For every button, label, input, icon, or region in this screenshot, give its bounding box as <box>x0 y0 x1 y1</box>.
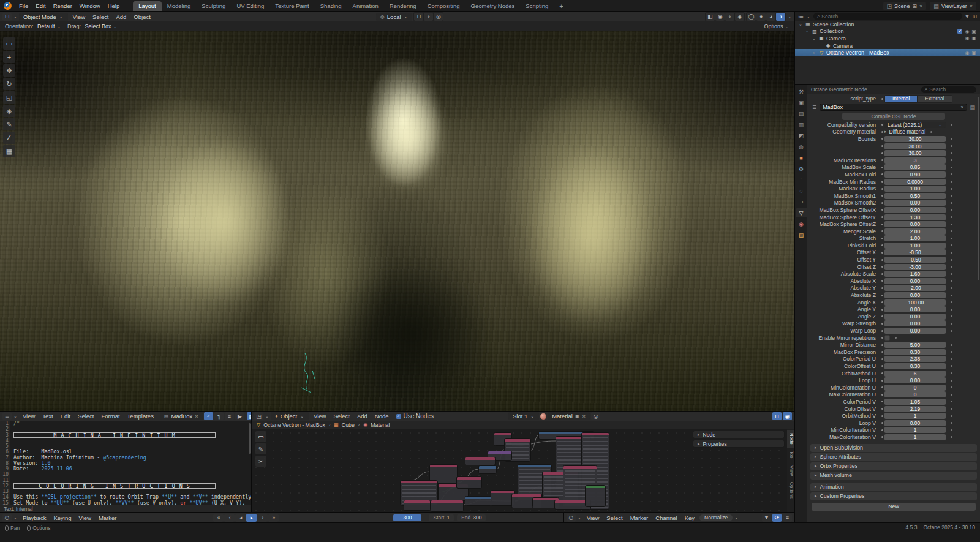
editor-type-icon[interactable]: ◳ <box>254 412 263 420</box>
property-value-field[interactable]: 0.00 <box>884 320 946 326</box>
workspace-tab-geometry-nodes[interactable]: Geometry Nodes <box>466 1 521 12</box>
text-menu-format[interactable]: Format <box>98 413 124 420</box>
keyframe-decorator[interactable] <box>946 380 957 382</box>
unlink-icon[interactable]: × <box>195 413 198 420</box>
property-value-field[interactable]: 30.00 <box>884 150 946 156</box>
keyframe-decorator[interactable] <box>946 252 957 254</box>
property-value-field[interactable]: 1 <box>884 413 946 419</box>
keyframe-decorator[interactable] <box>946 259 957 261</box>
jump-end-icon[interactable]: » <box>268 514 279 522</box>
viewport-menu-add[interactable]: Add <box>112 13 130 20</box>
keyframe-decorator[interactable] <box>946 429 957 431</box>
workspace-tab-shading[interactable]: Shading <box>315 1 347 12</box>
next-keyframe-icon[interactable]: › <box>257 514 268 522</box>
text-save-icon[interactable]: ✓ <box>204 412 213 420</box>
breadcrumb-material[interactable]: Material <box>371 422 390 428</box>
outliner-row[interactable]: ⌄▦Scene Collection <box>795 21 980 28</box>
osl-name-field[interactable]: MadBox × <box>820 104 968 111</box>
keyframe-decorator[interactable] <box>946 365 957 367</box>
compile-osl-button[interactable]: Compile OSL Node <box>842 113 945 120</box>
browse-file-icon[interactable]: ▤ <box>970 104 975 110</box>
shader-node[interactable] <box>465 496 492 506</box>
property-value-field[interactable]: -100.00 <box>884 299 946 306</box>
property-value-field[interactable]: 6 <box>884 371 946 377</box>
outliner-row[interactable]: ›▽Octane Vectron - MadBox◉▣ <box>795 49 980 56</box>
timeline-menu-view[interactable]: View <box>75 514 95 521</box>
transform-icon[interactable]: ◈ <box>3 105 15 117</box>
disclosure-icon[interactable]: ⌄ <box>798 22 803 27</box>
hide-viewport-eye-icon[interactable]: ◉ <box>965 36 969 41</box>
breadcrumb-object[interactable]: Octane Vectron - MadBox <box>263 422 325 428</box>
text-menu-templates[interactable]: Templates <box>124 413 157 420</box>
keyframe-decorator[interactable] <box>946 372 957 374</box>
disable-render-camera-icon[interactable]: ▣ <box>971 36 976 41</box>
new-custom-property-button[interactable]: New <box>812 503 976 511</box>
properties-tab-output[interactable]: ▤ <box>796 109 807 118</box>
workspace-tab-scripting[interactable]: Scripting <box>520 1 554 12</box>
search-input[interactable] <box>821 13 958 20</box>
new-scene-icon[interactable]: ⊞ <box>913 3 918 9</box>
keyframe-decorator[interactable] <box>946 295 957 296</box>
pin-icon[interactable]: ◎ <box>591 412 600 420</box>
outliner-row[interactable]: ⌄▥Collection✓◉▣ <box>795 28 980 36</box>
properties-tab-constraints[interactable]: ⊃ <box>796 197 807 206</box>
play-reverse-icon[interactable]: ◂ <box>235 514 246 522</box>
fake-user-icon[interactable]: ▣ <box>575 413 580 419</box>
blender-logo-icon[interactable] <box>4 2 12 10</box>
play-icon[interactable]: ▸ <box>246 514 257 522</box>
xray-icon[interactable]: ◧ <box>706 13 715 21</box>
property-value-field[interactable]: 0.90 <box>884 171 946 178</box>
panel-node[interactable]: ▸Node <box>693 431 785 438</box>
keyframe-decorator[interactable] <box>946 415 957 417</box>
properties-tab-scene[interactable]: ◩ <box>796 131 807 140</box>
keyframe-decorator[interactable] <box>946 216 957 218</box>
property-value-field[interactable]: 0.00 <box>884 278 946 284</box>
remove-viewlayer-icon[interactable]: × <box>970 3 973 9</box>
keyframe-decorator[interactable] <box>946 301 957 303</box>
keyframe-decorator[interactable] <box>946 173 957 175</box>
use-nodes-checkbox[interactable]: ✓ Use Nodes <box>396 413 434 420</box>
properties-search[interactable]: ⌕ <box>921 86 976 93</box>
timeline-menu-marker[interactable]: Marker <box>95 514 121 521</box>
keyframe-decorator[interactable] <box>946 351 957 353</box>
property-value-field[interactable]: 0.00 <box>884 306 946 312</box>
property-value-field[interactable]: 2.00 <box>884 228 946 235</box>
properties-tab-texture[interactable]: ▨ <box>796 230 807 239</box>
sidebar-tab-view[interactable]: View <box>787 462 794 479</box>
keyframe-decorator[interactable] <box>946 330 957 332</box>
add-workspace-button[interactable]: + <box>555 2 567 10</box>
options-icon[interactable]: ≡ <box>783 514 792 522</box>
keyframe-decorator[interactable] <box>946 202 957 204</box>
viewlayer-selector[interactable]: ▤ ViewLayer × <box>930 2 976 10</box>
jump-start-icon[interactable]: « <box>213 514 224 522</box>
annotate-icon[interactable]: ✎ <box>3 118 15 130</box>
frame-start-field[interactable]: Start 1 <box>429 514 454 521</box>
dopesheet-menu-select[interactable]: Select <box>603 514 626 521</box>
property-value-field[interactable]: 0.00 <box>884 420 946 426</box>
gizmos-icon[interactable]: ⌖ <box>725 13 734 21</box>
editor-type-icon[interactable]: ◵ <box>567 514 576 522</box>
properties-tab-data[interactable]: ▽ <box>796 208 807 217</box>
property-value-field[interactable]: 0.00 <box>884 328 946 334</box>
shader-type-selector[interactable]: ● Object ⌄ <box>271 412 309 420</box>
section-mesh-volume[interactable]: ▸Mesh volume <box>810 472 977 480</box>
line-numbers-icon[interactable]: ≡ <box>225 412 234 420</box>
script-type-internal[interactable]: Internal <box>885 96 917 102</box>
node-menu-node[interactable]: Node <box>371 413 393 420</box>
viewport-menu-select[interactable]: Select <box>89 13 112 20</box>
hide-viewport-eye-icon[interactable]: ◉ <box>965 50 969 56</box>
dopesheet-menu-view[interactable]: View <box>583 514 603 521</box>
disclosure-icon[interactable]: › <box>812 51 816 55</box>
workspace-tab-modeling[interactable]: Modeling <box>162 1 197 12</box>
rotate-icon[interactable]: ↻ <box>3 78 15 90</box>
keyframe-decorator[interactable] <box>946 209 957 211</box>
shader-node[interactable] <box>456 476 482 489</box>
property-value-field[interactable]: 2.19 <box>884 406 946 412</box>
knife-icon[interactable]: ✂ <box>255 456 266 467</box>
mode-selector[interactable]: Object Mode ⌄ <box>19 13 68 21</box>
property-value-field[interactable]: 0.30 <box>884 349 946 355</box>
snap-target-icon[interactable]: ⌖ <box>424 13 433 21</box>
keyframe-decorator[interactable] <box>890 337 901 339</box>
properties-scrollbar[interactable] <box>978 97 979 280</box>
keyframe-decorator[interactable] <box>946 323 957 325</box>
